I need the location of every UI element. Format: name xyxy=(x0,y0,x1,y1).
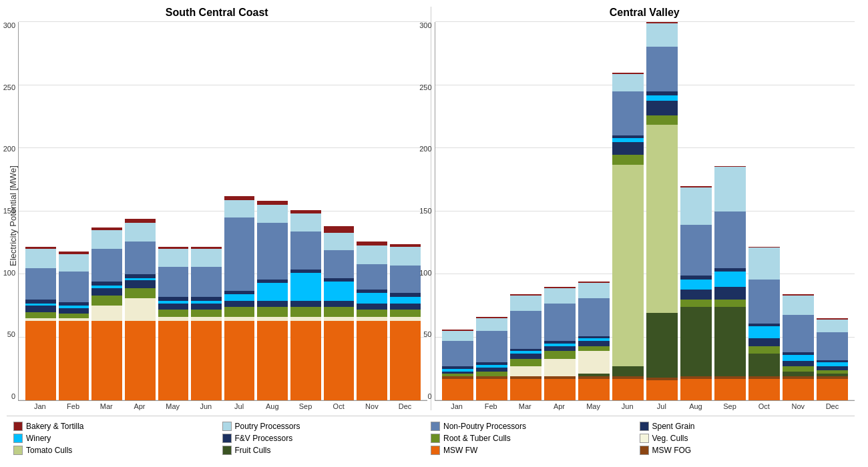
bar-segment-winery xyxy=(714,272,746,287)
y-tick-label: 250 xyxy=(412,84,432,91)
bar-segment-mswfw xyxy=(680,379,712,400)
bar-segment-mswfw xyxy=(91,321,122,400)
x-tick-label: Jul xyxy=(646,402,677,410)
bar-segment-fvProcessors xyxy=(59,308,89,314)
bar-segment-poutryProcessors xyxy=(680,187,712,225)
legend-label: Bakery & Tortilla xyxy=(26,422,83,431)
legend-swatch xyxy=(13,434,23,443)
x-labels-right: JanFebMarAprMayJunJulAugSepOctNovDec xyxy=(435,402,855,410)
legend-item: Tomato Culls xyxy=(13,446,222,455)
y-tick-labels-right: 050100150200250300 xyxy=(412,22,432,400)
bar-segment-mswfw xyxy=(748,379,780,400)
bar-segment-fruitCulls xyxy=(680,307,712,376)
bar-segment-rootTuber xyxy=(158,310,189,317)
x-tick-label: Feb xyxy=(475,402,507,410)
bar-segment-winery xyxy=(646,95,678,101)
bar-segment-nonPoutryProcessors xyxy=(257,223,288,280)
bar-segment-poutryProcessors xyxy=(224,200,255,217)
bar-group xyxy=(224,22,255,400)
legend-swatch xyxy=(222,446,232,455)
bar-segment-poutryProcessors xyxy=(59,254,89,272)
legend-swatch xyxy=(222,422,232,431)
legend: Bakery & TortillaPoutry ProcessorsNon-Po… xyxy=(7,416,855,460)
bar-segment-fvProcessors xyxy=(158,304,189,310)
bar-group xyxy=(578,22,610,400)
bar-segment-winery xyxy=(748,326,780,339)
bar-segment-fruitCulls xyxy=(748,354,780,376)
bar-segment-fvProcessors xyxy=(510,354,541,359)
bar-segment-rootTuber xyxy=(714,300,746,307)
bar-segment-rootTuber xyxy=(25,312,56,318)
bar-segment-nonPoutryProcessors xyxy=(510,311,541,349)
bar-segment-bakeryTortilla xyxy=(324,226,355,232)
bar-segment-mswfw xyxy=(357,321,387,400)
bar-segment-fvProcessors xyxy=(25,306,56,312)
bar-group xyxy=(646,22,678,400)
bar-group xyxy=(357,22,387,400)
bar-segment-fvProcessors xyxy=(612,142,644,155)
legend-label: Winery xyxy=(26,434,51,443)
charts-row: South Central Coast Electricity Potentia… xyxy=(7,7,855,410)
x-tick-label: Apr xyxy=(544,402,575,410)
bar-segment-fvProcessors xyxy=(191,304,222,310)
bar-segment-fvProcessors xyxy=(748,338,780,346)
bar-segment-fvProcessors xyxy=(646,101,678,115)
legend-swatch xyxy=(640,422,649,431)
bar-segment-nonPoutryProcessors xyxy=(646,47,678,91)
bar-segment-mswfw xyxy=(158,321,189,400)
bar-segment-mswfw xyxy=(324,321,355,400)
x-tick-label: Feb xyxy=(58,402,89,410)
x-tick-label: May xyxy=(158,402,188,410)
bars-right xyxy=(435,22,855,400)
x-tick-label: Jan xyxy=(25,402,55,410)
bar-segment-mswfw xyxy=(125,321,156,400)
bar-segment-mswfw xyxy=(510,379,541,400)
bar-segment-nonPoutryProcessors xyxy=(224,217,255,291)
bar-segment-winery xyxy=(680,280,712,290)
legend-swatch xyxy=(13,422,23,431)
bar-segment-tomatoCulls xyxy=(646,125,678,314)
bar-group xyxy=(544,22,576,400)
legend-label: Fruit Culls xyxy=(235,446,271,455)
bar-segment-vegCulls xyxy=(91,306,122,321)
bar-group xyxy=(25,22,56,400)
bar-segment-poutryProcessors xyxy=(783,296,814,314)
bar-segment-poutryProcessors xyxy=(646,23,678,47)
x-tick-label: Oct xyxy=(748,402,780,410)
legend-swatch xyxy=(431,434,440,443)
bar-segment-nonPoutryProcessors xyxy=(544,304,576,342)
y-tick-label: 100 xyxy=(412,270,432,277)
legend-swatch xyxy=(13,446,23,455)
bar-segment-rootTuber xyxy=(783,366,814,372)
x-tick-label: Oct xyxy=(323,402,354,410)
bar-segment-fvProcessors xyxy=(125,280,156,288)
bar-segment-tomatoCulls xyxy=(612,165,644,366)
legend-row: Bakery & TortillaPoutry ProcessorsNon-Po… xyxy=(13,422,848,431)
bar-segment-poutryProcessors xyxy=(191,249,222,266)
bar-segment-poutryProcessors xyxy=(476,318,507,331)
bar-segment-nonPoutryProcessors xyxy=(125,242,156,274)
bar-group xyxy=(680,22,712,400)
x-tick-label: Mar xyxy=(91,402,122,410)
bar-segment-mswfw xyxy=(817,379,848,400)
bar-group xyxy=(191,22,222,400)
bar-segment-poutryProcessors xyxy=(158,249,189,266)
bar-segment-rootTuber xyxy=(324,307,355,317)
bar-segment-nonPoutryProcessors xyxy=(357,264,387,290)
chart-inner-right: 050100150200250300 JanFebMarAprMayJunJul… xyxy=(435,22,855,410)
legend-item: Bakery & Tortilla xyxy=(13,422,222,431)
x-tick-label: Dec xyxy=(817,402,848,410)
bar-group xyxy=(783,22,814,400)
bar-segment-mswfw xyxy=(476,379,507,400)
bar-group xyxy=(59,22,89,400)
bar-segment-rootTuber xyxy=(224,307,255,317)
bar-segment-poutryProcessors xyxy=(357,246,387,264)
bar-segment-poutryProcessors xyxy=(290,213,321,231)
bar-group xyxy=(257,22,288,400)
bar-segment-nonPoutryProcessors xyxy=(290,231,321,270)
chart-area-right: 050100150200250300 JanFebMarAprMayJunJul… xyxy=(435,22,855,410)
legend-swatch xyxy=(640,434,649,443)
legend-swatch xyxy=(222,434,232,443)
bar-segment-rootTuber xyxy=(544,351,576,358)
x-tick-label: Jul xyxy=(224,402,254,410)
